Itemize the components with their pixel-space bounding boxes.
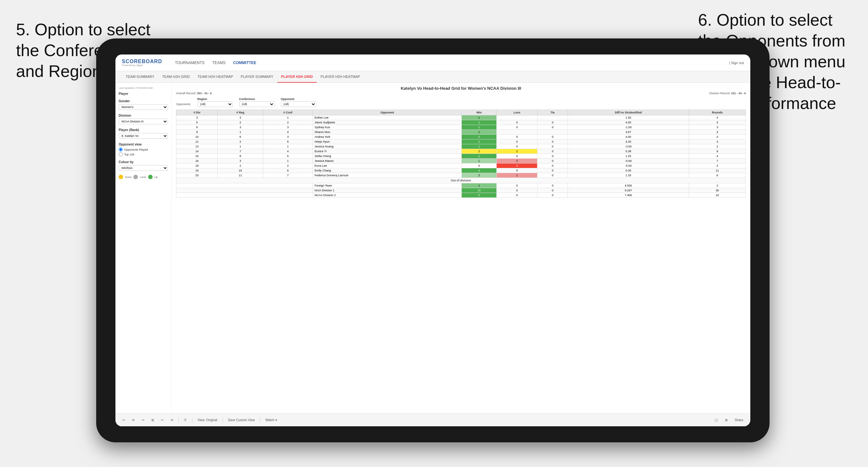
table-cell: 10 <box>218 168 263 173</box>
table-cell: 2 <box>263 120 313 125</box>
out-of-division-cell: 0 <box>537 188 568 193</box>
legend-down-label: Down <box>125 176 131 179</box>
nav-teams[interactable]: TEAMS <box>212 59 225 66</box>
table-cell: Euna Lee <box>313 163 461 168</box>
legend-level-dot <box>133 175 138 179</box>
table-cell: 13 <box>176 144 218 149</box>
sidebar-opponent-view-label: Opponent view <box>119 143 168 146</box>
table-cell <box>537 130 568 135</box>
col-reg: # Reg <box>218 110 263 115</box>
btn7[interactable]: ⏱ <box>182 418 189 423</box>
opponents-label: Opponents: <box>176 102 191 106</box>
main-content: Last Updated: 27/03/2024 AM Player Gende… <box>116 83 750 413</box>
out-of-division-cell <box>176 193 313 198</box>
table-cell: 1 <box>461 139 496 144</box>
region-select[interactable]: (All) <box>197 101 233 107</box>
redo-btn[interactable]: ↪ <box>140 418 146 423</box>
sub-nav-player-h2h-grid[interactable]: PLAYER H2H GRID <box>277 71 317 83</box>
btn2[interactable]: ⟳ <box>130 418 136 423</box>
table-cell: 4 <box>461 168 496 173</box>
table-cell: 15 <box>176 154 218 159</box>
table-cell: 3 <box>218 115 263 120</box>
table-cell: 0 <box>537 149 568 154</box>
nav-committee[interactable]: COMMITTEE <box>233 59 256 66</box>
last-updated: Last Updated: 27/03/2024 AM <box>119 87 168 89</box>
nav-sign-out[interactable]: | Sign out <box>729 61 744 65</box>
undo-btn[interactable]: ↩ <box>121 418 127 423</box>
table-cell: 5 <box>263 154 313 159</box>
table-cell: 2 <box>461 149 496 154</box>
table-cell: 1 <box>461 115 496 120</box>
out-of-division-cell: 10 <box>689 193 745 198</box>
out-of-division-cell: 0 <box>497 183 537 188</box>
player-rank-select[interactable]: 8. Katelyn Vo <box>119 133 168 139</box>
table-cell: Emily Chang <box>313 168 461 173</box>
col-conf: # Conf <box>263 110 313 115</box>
col-tie: Tie <box>537 110 568 115</box>
btn4[interactable]: ⊞ <box>149 418 156 423</box>
region-filter-label: Region <box>197 97 233 101</box>
table-cell: 5 <box>263 139 313 144</box>
sub-nav-player-h2h-heatmap[interactable]: PLAYER H2H HEATMAP <box>317 71 364 83</box>
radio-opponents-played[interactable]: Opponents Played <box>119 148 168 152</box>
sidebar-player-rank-label: Player (Rank) <box>119 128 168 132</box>
sub-nav-team-h2h-grid[interactable]: TEAM H2H GRID <box>158 71 194 83</box>
share-btn[interactable]: Share <box>733 418 745 423</box>
table-cell: 4.00 <box>568 120 689 125</box>
table-cell: 6 <box>176 125 218 130</box>
table-cell: 0 <box>497 168 537 173</box>
table-cell: 0 <box>537 163 568 168</box>
col-diff: Diff Av Strokes/Rnd <box>568 110 689 115</box>
btn5[interactable]: ✂ <box>159 418 165 423</box>
colour-by-select[interactable]: Win/loss <box>119 165 168 171</box>
gender-select[interactable]: Women's <box>119 104 168 110</box>
table-cell: 1 <box>461 144 496 149</box>
table-cell: 4 <box>689 115 745 120</box>
table-cell: 19 <box>176 168 218 173</box>
table-row: 1063Andrea York2004.004 <box>176 135 746 139</box>
table-cell: 11 <box>689 168 745 173</box>
conference-select[interactable]: (All) <box>239 101 275 107</box>
table-cell <box>537 115 568 120</box>
table-cell: 2 <box>218 139 263 144</box>
out-of-division-cell: 1 <box>461 183 496 188</box>
view-original-btn[interactable]: View: Original <box>195 418 219 423</box>
save-custom-view-btn[interactable]: Save Custom View <box>226 418 257 423</box>
sub-navbar: TEAM SUMMARY TEAM H2H GRID TEAM H2H HEAT… <box>116 71 750 83</box>
toolbar-sep3 <box>222 417 223 423</box>
table-cell: -1.00 <box>568 125 689 130</box>
table-cell: 0 <box>497 135 537 139</box>
table-cell: 0 <box>537 139 568 144</box>
radio-top100[interactable]: Top 100 <box>119 152 168 156</box>
legend-level-label: Level <box>140 176 146 179</box>
table-cell: 1 <box>263 144 313 149</box>
btn9[interactable]: ⊞ <box>723 418 730 423</box>
table-cell: 3 <box>218 125 263 130</box>
table-cell: Sydney Kuo <box>313 125 461 130</box>
table-cell: 1.50 <box>568 115 689 120</box>
table-cell: 2 <box>461 135 496 139</box>
table-cell: 2 <box>218 163 263 168</box>
table-cell: 6 <box>263 168 313 173</box>
tablet-frame: SCOREBOARD Powered by clippd TOURNAMENTS… <box>96 38 770 442</box>
table-cell: Stella Cheng <box>313 154 461 159</box>
btn6[interactable]: ⟲ <box>169 418 175 423</box>
table-cell: 1 <box>461 120 496 125</box>
col-div: # Div <box>176 110 218 115</box>
table-cell: 0 <box>461 163 496 168</box>
sub-nav-team-summary[interactable]: TEAM SUMMARY <box>122 71 158 83</box>
sub-nav-team-h2h-heatmap[interactable]: TEAM H2H HEATMAP <box>194 71 237 83</box>
out-of-division-cell <box>176 183 313 188</box>
table-cell: 2 <box>461 173 496 178</box>
nav-tournaments[interactable]: TOURNAMENTS <box>175 59 205 66</box>
table-cell: 2 <box>218 120 263 125</box>
sidebar-gender-label: Gender <box>119 99 168 103</box>
sub-nav-player-summary[interactable]: PLAYER SUMMARY <box>237 71 277 83</box>
watch-btn[interactable]: Watch ▾ <box>264 418 279 423</box>
division-select[interactable]: NCAA Division III <box>119 119 168 124</box>
table-row: 522Alexis Sudjianto1004.003 <box>176 120 746 125</box>
table-cell: 3 <box>689 120 745 125</box>
btn8[interactable]: ⬜ <box>712 418 720 423</box>
table-cell: 0 <box>537 159 568 163</box>
opponent-select[interactable]: (All) <box>281 101 316 107</box>
